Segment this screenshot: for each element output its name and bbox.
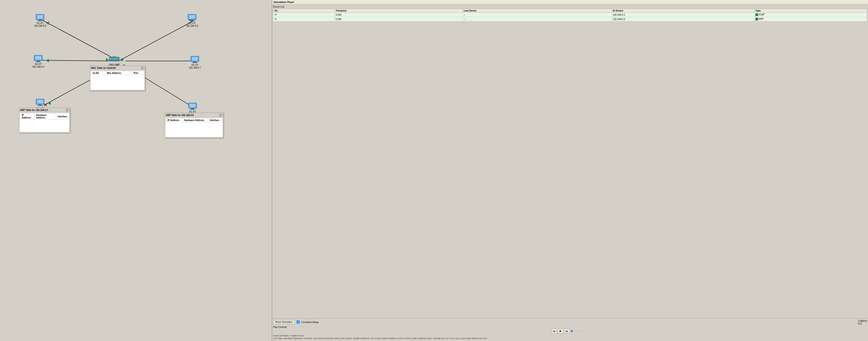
svg-rect-36	[117, 58, 118, 59]
network-connections	[0, 0, 272, 341]
simulation-panel: Simulation Panel Event List Vis. Time(se…	[272, 0, 868, 341]
constant-delay-checkbox[interactable]	[297, 320, 300, 323]
svg-rect-47	[191, 108, 194, 109]
pc1-label: PC-PT	[37, 22, 43, 25]
arp-table-1-inner: IP Address Hardware Address Interface	[20, 113, 69, 132]
col-time: Time(sec)	[335, 9, 463, 13]
svg-rect-17	[37, 21, 42, 21]
network-canvas: PC-PT 192.168.0.5 PC-PT 192.168.0.6 PC-P…	[0, 0, 272, 341]
event-type-label-1: ICMP	[759, 13, 765, 16]
pc5-icon	[35, 99, 45, 107]
arp-table-1-close[interactable]: ×	[66, 108, 69, 112]
svg-marker-39	[113, 56, 114, 57]
svg-marker-6	[46, 21, 49, 25]
svg-rect-16	[39, 20, 41, 21]
mac-table-content: VLAN Mac Address Port	[90, 70, 145, 91]
bottom-controls: Reset Simulation Constant Delay Capture …	[272, 318, 868, 341]
arp-table-2-close[interactable]: ×	[219, 113, 222, 117]
reset-sim-area: Reset Simulation Constant Delay Capture …	[273, 319, 867, 325]
arp-table-1-title: ARP Table for 192.168.0.3	[20, 109, 48, 111]
play-controls-label: Play Controls	[273, 326, 867, 328]
event-time-1: 0.000	[335, 13, 463, 17]
svg-point-38	[111, 57, 112, 58]
svg-rect-44	[37, 105, 42, 106]
event-list-table: Vis. Time(sec) Last Device At Device Typ…	[273, 9, 867, 22]
svg-rect-48	[190, 109, 195, 110]
svg-rect-35	[115, 58, 116, 59]
col-at-device: At Device	[612, 9, 754, 13]
svg-rect-21	[189, 21, 195, 21]
svg-marker-40	[114, 56, 116, 57]
arp-table-1-content: IP Address Hardware Address Interface	[19, 112, 70, 133]
svg-rect-31	[110, 58, 111, 59]
play-slider-thumb	[571, 330, 573, 332]
svg-rect-19	[189, 15, 195, 19]
event-at-2: 192.168.0.3	[612, 17, 754, 22]
svg-line-0	[42, 20, 119, 61]
event-type-label-2: ARP	[759, 18, 764, 20]
event-type-1: ICMP	[754, 13, 867, 17]
mac-table-titlebar: MAC Table for Switch0 ×	[90, 66, 145, 70]
svg-rect-28	[193, 62, 196, 62]
svg-marker-12	[106, 58, 109, 62]
svg-rect-24	[37, 61, 40, 62]
play-controls: ⏮ ▶ ⏭	[273, 329, 867, 333]
constant-delay-label: Constant Delay	[302, 321, 319, 323]
event-filters: Event List Filters > Visible Events ACL …	[273, 334, 867, 340]
event-last-2: --	[463, 17, 612, 22]
col-last-device: Last Device	[463, 9, 612, 13]
arp1-col-iface: Interface	[56, 113, 69, 120]
mac-table-close[interactable]: ×	[141, 66, 144, 69]
simulation-panel-title: Simulation Panel	[272, 0, 868, 4]
svg-rect-15	[37, 15, 43, 19]
svg-rect-23	[35, 56, 41, 60]
mac-table-inner: VLAN Mac Address Port	[91, 71, 144, 90]
arp-table-2-popup: ARP Table for 192.168.0.8 × IP Address H…	[165, 113, 223, 138]
forward-button[interactable]: ⏭	[564, 329, 570, 333]
svg-rect-27	[192, 57, 198, 61]
arp-table-2-content: IP Address Hardware Address Interface	[165, 117, 223, 138]
type-color-arp	[755, 18, 758, 21]
event-filters-label: Event List Filters > Visible Events	[273, 334, 867, 337]
envelope-icon: ✉	[44, 103, 47, 107]
svg-line-2	[41, 60, 113, 61]
pc1-ip: 192.168.0.5	[34, 25, 46, 27]
svg-rect-46	[189, 104, 196, 107]
svg-rect-32	[111, 58, 112, 59]
event-type-2: ARP	[754, 17, 867, 22]
svg-rect-34	[114, 58, 115, 59]
device-pc1[interactable]: PC-PT 192.168.0.5	[34, 14, 46, 27]
pc3-icon	[33, 55, 43, 63]
back-to-start-button[interactable]: ⏮	[551, 329, 557, 333]
device-pc4[interactable]: PC-PT 192.168.0.7	[189, 56, 201, 69]
svg-rect-20	[191, 20, 193, 21]
device-pc3[interactable]: PC-PT 192.168.0.4	[32, 55, 44, 68]
mac-table-title: MAC Table for Switch0	[91, 67, 116, 69]
arp2-col-iface: Interface	[208, 118, 222, 122]
event-list-section: Event List Vis. Time(sec) Last Device At…	[272, 4, 868, 22]
svg-rect-29	[192, 62, 197, 63]
event-row-icmp[interactable]: 👁 0.000 -- 192.168.0.3 ICMP	[273, 13, 867, 17]
capture-label: Capture 0.0	[858, 319, 867, 325]
svg-rect-33	[113, 58, 114, 59]
svg-marker-8	[46, 59, 49, 62]
arp2-col-ip: IP Address	[166, 118, 183, 122]
device-pc2[interactable]: PC-PT 192.168.0.6	[186, 14, 198, 27]
play-button[interactable]: ▶	[558, 329, 563, 333]
reset-simulation-button[interactable]: Reset Simulation	[273, 320, 295, 324]
mac-col-port: Port	[132, 71, 144, 75]
arp2-col-hw: Hardware Address	[182, 118, 208, 122]
arp-table-2-title: ARP Table for 192.168.0.8	[166, 114, 194, 116]
svg-rect-42	[37, 100, 43, 104]
pc4-icon	[190, 56, 200, 64]
pc2-icon	[187, 14, 197, 22]
play-slider[interactable]	[571, 331, 589, 332]
svg-marker-13	[121, 58, 124, 62]
pc4-ip: 192.168.0.7	[189, 67, 201, 69]
pc1-icon	[35, 14, 45, 22]
svg-point-37	[110, 57, 110, 58]
arp1-col-ip: IP Address	[20, 113, 35, 120]
event-row-arp[interactable]: 👁 0.000 -- 192.168.0.3 ARP	[273, 17, 867, 22]
pc2-ip: 192.168.0.6	[186, 25, 198, 27]
mac-col-vlan: VLAN	[91, 71, 105, 75]
